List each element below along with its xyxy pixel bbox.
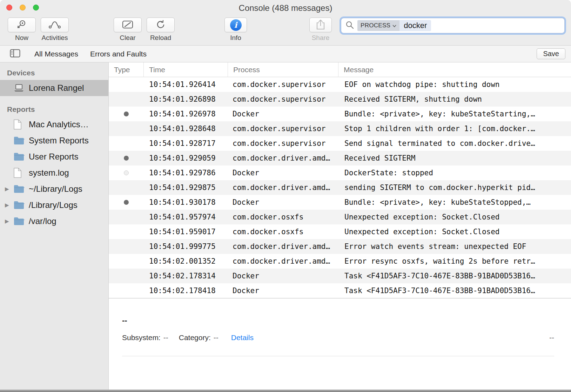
message-cell: sending SIGTERM to com.docker.hyperkit p… (338, 183, 571, 192)
save-button[interactable]: Save (537, 48, 565, 59)
table-row[interactable]: 10:54:01.959017com.docker.osxfsUnexpecte… (109, 224, 571, 239)
detail-divider (122, 356, 554, 356)
table-row[interactable]: 10:54:02.178314DockerTask <F41D5AF3-7C10… (109, 269, 571, 283)
time-cell: 10:54:02.178418 (144, 286, 228, 295)
sidebar-item-library-logs[interactable]: ▶~/Library/Logs (0, 181, 108, 197)
folder-icon (13, 217, 26, 226)
activities-button-label: Activities (42, 34, 68, 42)
time-cell: 10:54:02.178314 (144, 272, 228, 280)
table-row[interactable]: 10:54:01.926414com.docker.supervisorEOF … (109, 77, 571, 92)
clear-button[interactable] (114, 18, 142, 32)
log-level-dot-icon (124, 170, 129, 175)
clear-icon (122, 20, 133, 30)
disclosure-triangle-icon[interactable]: ▶ (5, 202, 13, 208)
message-cell: Task <F41D5AF3-7C10-467E-83BB-91BAD0D53B… (338, 286, 571, 295)
folder-icon (13, 136, 26, 145)
column-header-type[interactable]: Type (109, 62, 144, 77)
table-row[interactable]: 10:54:02.178418DockerTask <F41D5AF3-7C10… (109, 283, 571, 298)
activities-icon (49, 20, 61, 30)
log-table-body: 10:54:01.926414com.docker.supervisorEOF … (109, 77, 571, 298)
column-header-time[interactable]: Time (144, 62, 228, 77)
table-row[interactable]: 10:54:01.929786DockerDockerState: stoppe… (109, 165, 571, 180)
message-cell: Unexpected exception: Socket.Closed (338, 228, 571, 236)
traffic-lights (6, 5, 39, 11)
filter-bar: All Messages Errors and Faults Save (0, 46, 571, 62)
table-row[interactable]: 10:54:01.928648com.docker.supervisorStop… (109, 121, 571, 136)
table-row[interactable]: 10:54:01.928717com.docker.supervisorSend… (109, 136, 571, 151)
toolbar: Now Activities Clear Reload i Info Share… (0, 15, 571, 46)
table-row[interactable]: 10:54:01.929059com.docker.driver.amd…Rec… (109, 151, 571, 165)
table-row[interactable]: 10:54:01.957974com.docker.osxfsUnexpecte… (109, 210, 571, 224)
tab-errors-and-faults[interactable]: Errors and Faults (90, 50, 147, 58)
close-button[interactable] (6, 5, 12, 11)
titlebar: Console (488 messages) (0, 0, 571, 15)
subsystem-value: -- (163, 333, 168, 342)
details-link[interactable]: Details (231, 333, 254, 342)
detail-meta-row: Subsystem: -- Category: -- Details -- (122, 333, 554, 342)
disclosure-triangle-icon[interactable]: ▶ (5, 186, 13, 192)
table-row[interactable]: 10:54:01.926978DockerBundle: <private>, … (109, 107, 571, 121)
sidebar-item-label: Mac Analytics… (29, 120, 89, 129)
column-header-message[interactable]: Message (338, 62, 571, 77)
table-row[interactable]: 10:54:01.999775com.docker.driver.amd…Err… (109, 239, 571, 254)
process-cell: com.docker.osxfs (228, 228, 338, 236)
table-row[interactable]: 10:54:02.001352com.docker.driver.amd…Err… (109, 254, 571, 269)
activities-button[interactable] (41, 18, 69, 32)
sidebar-item-var-log[interactable]: ▶/var/log (0, 213, 108, 229)
folder-icon (13, 185, 26, 194)
message-cell: Received SIGTERM, shutting down (338, 95, 571, 103)
sidebar-item-label: Lorena Rangel (29, 83, 84, 93)
minimize-button[interactable] (20, 5, 26, 11)
window-title: Console (488 messages) (0, 0, 571, 16)
sidebar-item-library-logs[interactable]: ▶/Library/Logs (0, 197, 108, 213)
table-row[interactable]: 10:54:01.929875com.docker.driver.amd…sen… (109, 180, 571, 195)
reload-button[interactable] (147, 18, 175, 32)
message-cell: Send signal terminated to com.docker.dri… (338, 139, 571, 148)
sidebar-item-label: /Library/Logs (29, 200, 78, 210)
subsystem-label: Subsystem: (122, 333, 161, 342)
message-cell: Bundle: <private>, key: kubeStateStopped… (338, 198, 571, 207)
message-cell: Unexpected exception: Socket.Closed (338, 213, 571, 221)
log-view: Type Time Process Message 10:54:01.92641… (109, 62, 571, 390)
share-toolbar-item: Share (309, 18, 332, 42)
laptop-icon (13, 83, 26, 93)
process-cell: com.docker.osxfs (228, 213, 338, 221)
folder-icon (13, 201, 26, 210)
sidebar-item-label: ~/Library/Logs (29, 184, 82, 194)
search-input[interactable] (431, 21, 560, 30)
sidebar-item-user-reports[interactable]: User Reports (0, 149, 108, 165)
zoom-button[interactable] (33, 5, 39, 11)
sidebar-item-lorena-rangel[interactable]: Lorena Rangel (0, 80, 108, 96)
log-level-dot-icon (124, 111, 129, 116)
process-cell: com.docker.driver.amd… (228, 154, 338, 162)
search-token-type-dropdown[interactable]: PROCESS (357, 20, 399, 31)
sidebar-item-system-reports[interactable]: System Reports (0, 133, 108, 149)
share-button[interactable] (309, 18, 332, 32)
disclosure-triangle-icon[interactable]: ▶ (5, 218, 13, 224)
message-cell: Error watch events stream: unexpected EO… (338, 242, 571, 251)
search-field[interactable]: PROCESS docker (341, 18, 565, 33)
reload-icon (156, 20, 166, 31)
type-cell (109, 156, 144, 161)
message-cell: DockerState: stopped (338, 169, 571, 177)
log-level-dot-icon (124, 156, 129, 161)
category-label: Category: (179, 333, 211, 342)
table-row[interactable]: 10:54:01.930178DockerBundle: <private>, … (109, 195, 571, 210)
table-row[interactable]: 10:54:01.926898com.docker.supervisorRece… (109, 92, 571, 107)
sidebar-section-header: Devices (0, 65, 108, 80)
sidebar-item-mac-analytics[interactable]: Mac Analytics… (0, 116, 108, 133)
window-bottom-edge (0, 390, 571, 392)
tab-all-messages[interactable]: All Messages (34, 50, 78, 58)
process-cell: com.docker.driver.amd… (228, 242, 338, 251)
time-cell: 10:54:01.926414 (144, 80, 228, 89)
column-header-process[interactable]: Process (228, 62, 338, 77)
sidebar-item-label: /var/log (29, 216, 56, 226)
sidebar-item-system-log[interactable]: system.log (0, 165, 108, 181)
info-button[interactable]: i (224, 18, 247, 32)
sidebar-toggle-button[interactable] (8, 48, 22, 60)
process-cell: Docker (228, 169, 338, 177)
sidebar-item-label: system.log (29, 168, 69, 178)
now-button[interactable] (8, 18, 36, 32)
type-cell (109, 200, 144, 205)
share-icon (316, 19, 325, 31)
